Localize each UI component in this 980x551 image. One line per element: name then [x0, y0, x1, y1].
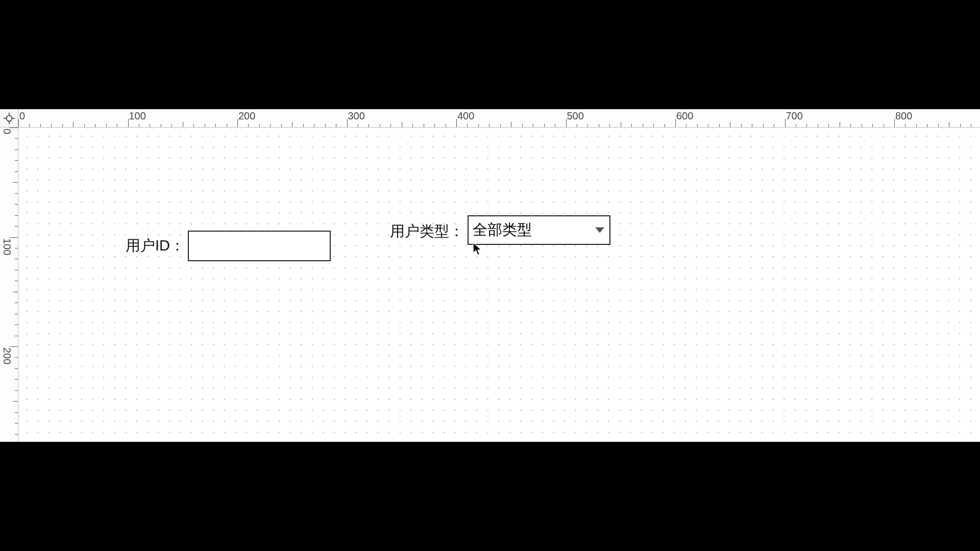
crosshair-icon [4, 113, 15, 124]
design-canvas[interactable]: 用户ID： 用户类型： 全部类型 [18, 128, 980, 442]
user-type-label: 用户类型： [390, 221, 464, 242]
form-designer-viewport: 0100200300400500600700800 0100200 用户ID： … [0, 109, 980, 442]
ruler-horizontal[interactable]: 0100200300400500600700800 [18, 109, 980, 128]
user-id-label: 用户ID： [126, 236, 185, 256]
ruler-origin[interactable] [0, 109, 18, 128]
svg-point-0 [6, 115, 12, 121]
user-type-combobox[interactable]: 全部类型 [468, 215, 610, 245]
user-id-input[interactable] [188, 231, 331, 261]
user-type-value: 全部类型 [473, 220, 532, 240]
ruler-vertical[interactable]: 0100200 [0, 128, 18, 442]
chevron-down-icon [595, 228, 604, 233]
